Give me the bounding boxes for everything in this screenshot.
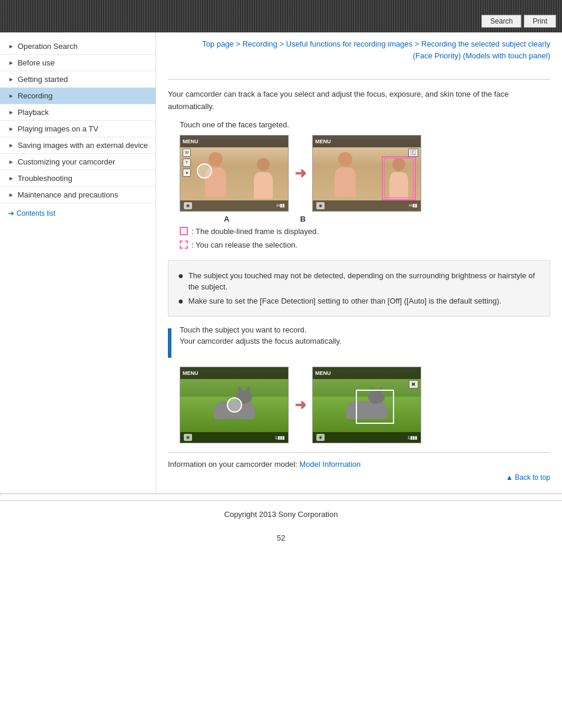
breadcrumb-top-page[interactable]: Top page	[202, 39, 234, 48]
cam-record-icon-cat-b: ◉	[316, 434, 325, 441]
face-image-b: MENU 🇪 ◉	[312, 135, 421, 212]
cam-bottom-bar-cat-b: ◉ 1▮▮▮	[313, 432, 421, 443]
sidebar-item-label: Maintenance and precautions	[18, 190, 118, 199]
cat-cancel-icon: ✖	[409, 380, 418, 388]
cam-record-icon-cat-a: ◉	[184, 434, 192, 441]
face-head-b-left	[338, 152, 352, 166]
breadcrumb: Top page > Recording > Useful functions …	[168, 38, 550, 61]
dashed-frame-icon	[180, 241, 188, 249]
sidebar-item-recording[interactable]: ► Recording	[0, 88, 156, 104]
breadcrumb-sep3: >	[415, 39, 421, 48]
cam-quality-text-cat-a: 1▮▮▮	[275, 435, 285, 440]
forward-arrow-cat: ➜	[295, 397, 306, 413]
breadcrumb-recording[interactable]: Recording	[242, 39, 277, 48]
cam-menu-text-b: MENU	[315, 139, 331, 144]
sidebar-item-playback[interactable]: ► Playback	[0, 104, 156, 121]
note-text-1: The subject you touched may not be detec…	[189, 270, 540, 293]
tracking-icon: 🇪	[408, 149, 418, 157]
sidebar-item-label: Operation Search	[18, 42, 78, 51]
caption-double-frame-text: : The double-lined frame is displayed.	[191, 226, 319, 238]
arrow-icon: ►	[8, 142, 14, 149]
arrow-icon: ►	[8, 60, 14, 66]
face-head-left	[209, 152, 223, 166]
sidebar-item-label: Saving images with an external device	[18, 141, 148, 150]
cam-menu-text-cat-b: MENU	[315, 370, 331, 376]
top-divider	[168, 79, 550, 80]
sidebar-item-label: Getting started	[18, 75, 68, 84]
note-text-2: Make sure to set the [Face Detection] se…	[189, 295, 502, 307]
cat-image-b: MENU ✖	[312, 367, 421, 443]
face-body-b-left	[335, 167, 356, 197]
sidebar-item-label: Before use	[18, 58, 55, 67]
face-image-a: MENU W T ●	[180, 135, 289, 212]
cat-ear-r	[245, 386, 251, 391]
arrow-icon: ►	[8, 93, 14, 99]
search-button[interactable]: Search	[481, 15, 521, 28]
bullet-2: ●	[178, 295, 184, 307]
model-info-text: Information on your camcorder model:	[168, 460, 297, 469]
face-head-right	[257, 158, 270, 171]
sidebar-item-playing-images[interactable]: ► Playing images on a TV	[0, 121, 156, 137]
subject-section-content: Touch the subject you want to record. Yo…	[180, 325, 342, 345]
person-right	[250, 158, 276, 199]
breadcrumb-second-line: (Face Priority) (Models with touch panel…	[413, 51, 550, 60]
cam-menu-text-cat-a: MENU	[183, 370, 199, 376]
subject-text-1: Touch the subject you want to record.	[180, 325, 342, 334]
image-labels: A B	[180, 215, 550, 223]
bullet-1: ●	[178, 270, 184, 281]
sidebar-item-operation-search[interactable]: ► Operation Search	[0, 38, 156, 55]
sidebar-item-label: Troubleshooting	[18, 174, 72, 183]
breadcrumb-subject-clearly[interactable]: Recording the selected subject clearly	[421, 39, 550, 48]
touch-instruction: Touch one of the faces targeted.	[180, 120, 550, 129]
arrow-icon: ►	[8, 109, 14, 116]
contents-arrow-icon: ➔	[8, 209, 14, 218]
cam-menu-bar-cat-b: MENU	[313, 367, 421, 379]
cam-record-icon-b: ◉	[316, 202, 325, 209]
sidebar-item-before-use[interactable]: ► Before use	[0, 55, 156, 71]
sidebar-item-maintenance[interactable]: ► Maintenance and precautions	[0, 187, 156, 203]
cam-menu-bar-cat-a: MENU	[180, 367, 288, 379]
arrow-icon: ►	[8, 175, 14, 182]
touch-cursor-a	[197, 163, 212, 179]
print-button[interactable]: Print	[524, 15, 556, 28]
page-number: 52	[0, 528, 562, 548]
sidebar-item-label: Playback	[18, 108, 49, 117]
sidebar-item-label: Playing images on a TV	[18, 124, 98, 133]
cat-images-row: MENU ◉ 1	[180, 367, 550, 443]
back-to-top-link[interactable]: ▲ Back to top	[506, 473, 550, 482]
contents-list-link[interactable]: ➔ Contents list	[0, 203, 156, 223]
cam-bottom-bar-a: ◉ H▮▮	[180, 200, 288, 211]
cam-btn-w: W	[183, 149, 191, 157]
contents-list-label: Contents list	[16, 209, 55, 218]
intro-text: Your camcorder can track a face you sele…	[168, 88, 550, 113]
info-section: Information on your camcorder model: Mod…	[168, 452, 550, 482]
subject-text-2: Your camcorder adjusts the focus automat…	[180, 337, 342, 345]
forward-arrow: ➜	[295, 165, 306, 182]
content-area: Top page > Recording > Useful functions …	[156, 32, 562, 493]
breadcrumb-useful-functions[interactable]: Useful functions for recording images	[286, 39, 413, 48]
sidebar: ► Operation Search ► Before use ► Gettin…	[0, 32, 156, 493]
arrow-icon: ►	[8, 76, 14, 83]
sidebar-item-label: Customizing your camcorder	[18, 157, 115, 166]
breadcrumb-sep1: >	[236, 39, 242, 48]
back-to-top[interactable]: ▲ Back to top	[168, 473, 550, 482]
sidebar-item-saving-images[interactable]: ► Saving images with an external device	[0, 137, 156, 154]
sidebar-item-getting-started[interactable]: ► Getting started	[0, 71, 156, 88]
caption-double-frame: : The double-lined frame is displayed.	[180, 226, 550, 238]
copyright-text: Copyright 2013 Sony Corporation	[224, 510, 338, 519]
header: Search Print	[0, 0, 562, 32]
breadcrumb-sep2: >	[279, 39, 286, 48]
person-b-left	[330, 152, 360, 199]
sidebar-item-customizing[interactable]: ► Customizing your camcorder	[0, 154, 156, 170]
sidebar-item-troubleshooting[interactable]: ► Troubleshooting	[0, 170, 156, 187]
cam-btn-t: T	[183, 159, 191, 167]
cam-bottom-bar-b: ◉ H▮▮	[313, 200, 421, 211]
model-info-link[interactable]: Model Information	[299, 460, 361, 469]
blue-accent-bar	[168, 328, 171, 358]
cat-selection-box	[356, 390, 394, 424]
cam-btn-dot: ●	[183, 169, 191, 177]
face-body-right	[254, 172, 273, 199]
selection-inner	[384, 158, 414, 198]
double-frame-icon	[180, 227, 188, 235]
arrow-icon: ►	[8, 43, 14, 50]
